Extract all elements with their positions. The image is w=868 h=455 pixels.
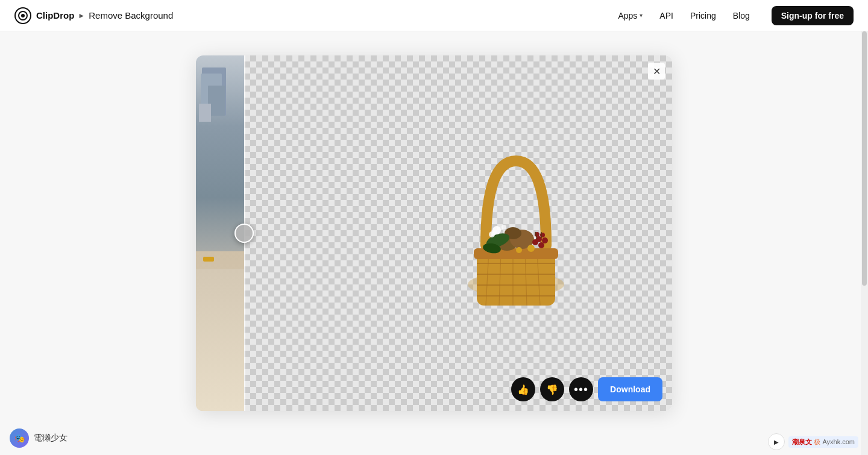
- nav-links: Apps ▾ API Pricing Blog Sign-up for free: [618, 6, 854, 25]
- nav-logo-text: ClipDrop: [36, 10, 74, 20]
- image-comparison-container[interactable]: ✕ 👍 👎 ••• Download: [196, 55, 672, 411]
- site-badge-text: 潮泉文 极 Ayxhk.com: [788, 436, 858, 448]
- basket-image: [444, 125, 588, 342]
- watermark-avatar: 🎭: [10, 428, 29, 448]
- breadcrumb-page: Remove Background: [89, 10, 173, 20]
- action-bar: 👍 👎 ••• Download: [511, 377, 662, 401]
- clipdrop-logo-icon: [14, 7, 31, 24]
- scrollbar-track[interactable]: [861, 31, 868, 455]
- close-button[interactable]: ✕: [648, 63, 665, 80]
- svg-point-24: [540, 233, 545, 237]
- svg-point-1: [21, 14, 25, 17]
- signup-button[interactable]: Sign-up for free: [772, 6, 854, 25]
- thumbdown-icon: 👎: [546, 384, 558, 395]
- bottom-right-badge: ▶ 潮泉文 极 Ayxhk.com: [768, 433, 858, 450]
- scrollbar-thumb[interactable]: [862, 31, 867, 286]
- nav-link-pricing[interactable]: Pricing: [690, 11, 716, 20]
- thumbup-button[interactable]: 👍: [511, 377, 535, 401]
- breadcrumb-arrow: ►: [78, 11, 85, 20]
- thumbup-icon: 👍: [517, 384, 529, 395]
- play-button[interactable]: ▶: [768, 433, 785, 450]
- navbar: ClipDrop ► Remove Background Apps ▾ API …: [0, 0, 868, 31]
- watermark-area: 🎭 電獺少女: [10, 428, 68, 448]
- more-icon: •••: [574, 383, 588, 397]
- nav-link-api[interactable]: API: [659, 11, 673, 20]
- more-options-button[interactable]: •••: [569, 377, 593, 401]
- nav-link-blog[interactable]: Blog: [733, 11, 750, 20]
- svg-point-17: [527, 245, 535, 252]
- thumbdown-button[interactable]: 👎: [540, 377, 564, 401]
- svg-point-29: [502, 225, 506, 230]
- nav-link-apps[interactable]: Apps ▾: [618, 11, 643, 20]
- main-content: ✕ 👍 👎 ••• Download: [0, 0, 868, 455]
- slider-handle[interactable]: [234, 224, 254, 243]
- result-panel: [244, 55, 672, 411]
- svg-point-18: [516, 247, 522, 253]
- svg-point-20: [538, 242, 544, 248]
- download-button[interactable]: Download: [598, 377, 662, 401]
- nav-logo[interactable]: ClipDrop ► Remove Background: [14, 7, 173, 24]
- nav-breadcrumb: ClipDrop ► Remove Background: [36, 10, 173, 20]
- apps-chevron-icon: ▾: [640, 12, 643, 19]
- watermark-text: 電獺少女: [34, 433, 68, 444]
- svg-point-22: [542, 237, 548, 243]
- svg-point-28: [489, 231, 495, 237]
